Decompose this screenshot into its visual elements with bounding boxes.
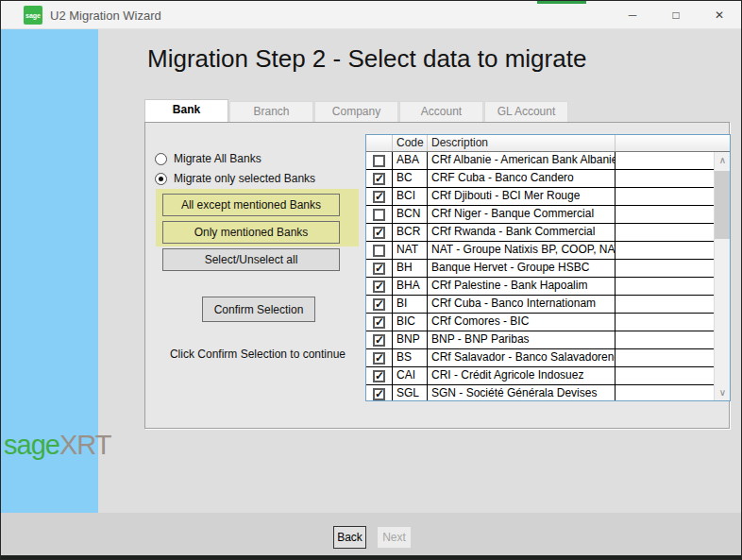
tab-label: Company [332, 105, 380, 118]
close-button[interactable]: ✕ [698, 1, 741, 29]
row-description: CRf Comores - BIC [428, 314, 616, 331]
scroll-up-icon[interactable]: ∧ [715, 152, 731, 168]
next-button: Next [377, 526, 412, 549]
row-filler [616, 314, 714, 331]
row-filler [616, 242, 714, 259]
row-checkbox[interactable]: ✓ [373, 316, 385, 329]
row-filler [616, 224, 714, 241]
only-mentioned-banks-button[interactable]: Only mentioned Banks [162, 221, 340, 244]
tab-account[interactable]: Account [399, 101, 483, 122]
table-row[interactable]: BCN CRf Niger - Banque Commercial [366, 206, 714, 224]
row-code: BHA [393, 278, 428, 295]
window-bottom-border [1, 555, 741, 559]
logo-sage-text: sage [4, 430, 59, 460]
row-checkbox[interactable]: ✓ [373, 227, 385, 239]
row-checkbox[interactable]: ✓ [373, 298, 385, 311]
row-checkbox[interactable]: ✓ [373, 388, 385, 400]
tab-gl-account[interactable]: GL Account [484, 101, 568, 122]
radio-migrate-selected-banks[interactable]: Migrate only selected Banks [155, 172, 315, 185]
row-checkbox[interactable]: ✓ [373, 173, 385, 185]
table-row[interactable]: ABA CRf Albanie - American Bank Albanie [366, 152, 714, 170]
tab-label: Branch [253, 105, 289, 118]
radio-migrate-all-label: Migrate All Banks [174, 152, 261, 165]
all-except-mentioned-banks-button[interactable]: All except mentioned Banks [162, 194, 340, 216]
row-description: BNP - BNP Paribas [428, 331, 616, 348]
table-row[interactable]: ✓ BCI CRf Djibouti - BCI Mer Rouge [366, 188, 714, 206]
row-code: BNP [393, 331, 428, 348]
radio-selected-icon[interactable] [155, 173, 167, 185]
grid-header-description[interactable]: Description [428, 135, 616, 151]
tab-label: Bank [173, 103, 200, 116]
grid-header-row: Code Description [366, 135, 730, 152]
row-description: CRf Rwanda - Bank Commercial [428, 224, 616, 241]
footer-bar [1, 513, 741, 555]
radio-unselected-icon[interactable] [155, 153, 167, 165]
row-filler [616, 188, 714, 205]
row-checkbox[interactable]: ✓ [373, 370, 385, 382]
row-filler [616, 152, 714, 169]
scrollbar-thumb[interactable] [715, 171, 731, 239]
row-filler [616, 331, 714, 348]
row-filler [616, 278, 714, 295]
grid-header-code[interactable]: Code [393, 135, 428, 151]
row-checkbox[interactable]: ✓ [373, 280, 385, 293]
table-row[interactable]: ✓ BI CRf Cuba - Banco Internationam [366, 296, 714, 314]
window-controls: ─ □ ✕ [611, 1, 741, 29]
table-row[interactable]: ✓ BIC CRf Comores - BIC [366, 314, 714, 331]
table-row[interactable]: ✓ CAI CRI - Crédit Agricole Indosuez [366, 367, 714, 385]
row-code: SGL [393, 385, 428, 400]
row-code: BCI [393, 188, 428, 205]
row-description: CRF Cuba - Banco Candero [428, 170, 616, 187]
table-row[interactable]: ✓ BNP BNP - BNP Paribas [366, 331, 714, 349]
title-bar: sage U2 Migration Wizard ─ □ ✕ [1, 1, 741, 29]
table-row[interactable]: ✓ BS CRf Salavador - Banco Salavadoreno [366, 349, 714, 367]
row-code: BCR [393, 224, 428, 241]
row-description: CRf Palestine - Bank Hapoalim [428, 278, 616, 295]
row-description: Banque Hervet - Groupe HSBC [428, 260, 616, 277]
tab-branch[interactable]: Branch [229, 101, 313, 122]
grid-header-filler [616, 135, 714, 151]
row-code: ABA [393, 152, 428, 169]
row-code: BC [393, 170, 428, 187]
minimize-button[interactable]: ─ [611, 1, 654, 29]
row-checkbox[interactable]: ✓ [373, 263, 385, 275]
row-code: BIC [393, 314, 428, 331]
table-row[interactable]: ✓ SGL SGN - Société Générala Devises [366, 385, 714, 400]
row-code: BCN [393, 206, 428, 223]
tab-bank[interactable]: Bank [144, 99, 228, 122]
table-row[interactable]: ✓ BCR CRf Rwanda - Bank Commercial [366, 224, 714, 242]
row-description: CRf Djibouti - BCI Mer Rouge [428, 188, 616, 205]
tab-label: Account [421, 105, 462, 118]
row-code: CAI [393, 367, 428, 384]
back-button[interactable]: Back [333, 526, 366, 549]
sage-xrt-logo: sageXRT [4, 430, 110, 461]
table-row[interactable]: ✓ BHA CRf Palestine - Bank Hapoalim [366, 278, 714, 296]
row-checkbox[interactable]: ✓ [373, 352, 385, 365]
table-row[interactable]: ✓ BH Banque Hervet - Groupe HSBC [366, 260, 714, 278]
table-row[interactable]: ✓ BC CRF Cuba - Banco Candero [366, 170, 714, 188]
row-checkbox[interactable] [373, 245, 385, 257]
row-description: CRf Albanie - American Bank Albanie [428, 152, 616, 169]
row-checkbox[interactable]: ✓ [373, 334, 385, 347]
scroll-down-icon[interactable]: ∨ [715, 384, 731, 400]
tab-company[interactable]: Company [314, 101, 398, 122]
select-unselect-all-button[interactable]: Select/Unselect all [162, 248, 340, 271]
row-description: CRI - Crédit Agricole Indosuez [428, 367, 616, 384]
row-checkbox[interactable] [373, 155, 385, 167]
row-checkbox[interactable]: ✓ [373, 191, 385, 203]
confirm-hint-text: Click Confirm Selection to continue [153, 348, 363, 361]
maximize-button[interactable]: □ [654, 1, 698, 29]
app-window: sage U2 Migration Wizard ─ □ ✕ sageXRT B… [0, 0, 742, 560]
radio-migrate-all-banks[interactable]: Migrate All Banks [155, 152, 261, 165]
titlebar-green-accent [537, 1, 586, 4]
row-code: BI [393, 296, 428, 313]
table-row[interactable]: NAT NAT - Groupe Natixis BP, COOP, NAT [366, 242, 714, 260]
row-description: CRf Niger - Banque Commercial [428, 206, 616, 223]
sage-app-icon: sage [24, 6, 42, 25]
sidebar: sageXRT [1, 29, 98, 513]
row-filler [616, 367, 714, 384]
row-checkbox[interactable] [373, 209, 385, 221]
confirm-selection-button[interactable]: Confirm Selection [202, 297, 315, 322]
row-filler [616, 206, 714, 223]
grid-vertical-scrollbar[interactable]: ∧ ∨ [714, 152, 730, 400]
